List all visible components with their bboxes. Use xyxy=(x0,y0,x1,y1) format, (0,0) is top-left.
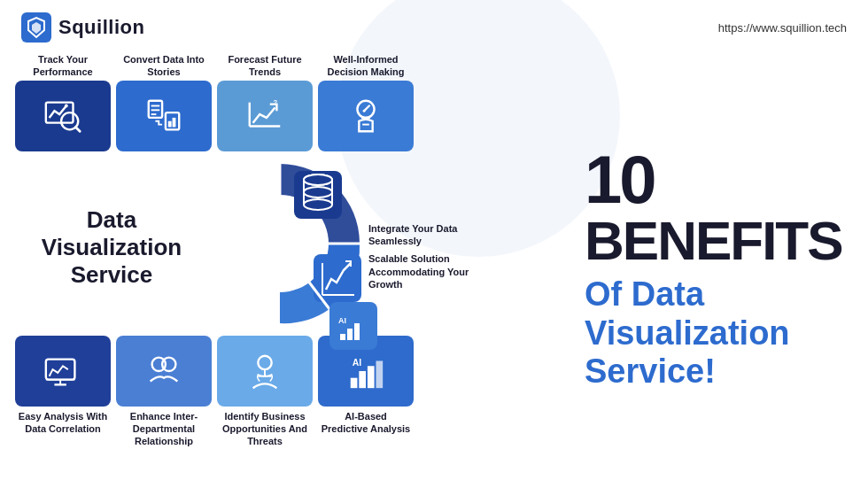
card-label-enhance: Enhance Inter-Departmental Relationship xyxy=(115,407,213,452)
arc-visualization: AI xyxy=(191,155,368,332)
card-label-easy: Easy Analysis With Data Correlation xyxy=(14,407,112,439)
svg-rect-39 xyxy=(354,323,360,340)
svg-rect-11 xyxy=(173,118,176,128)
card-label-convert: Convert Data Into Stories xyxy=(115,51,213,81)
card-label-forecast: Forecast Future Trends xyxy=(216,51,314,81)
card-identify: Identify Business Opportunities And Thre… xyxy=(216,336,314,452)
card-label-ai: AI-Based Predictive Analysis xyxy=(317,407,415,439)
arc-icon-3: AI xyxy=(329,302,377,350)
card-label-identify: Identify Business Opportunities And Thre… xyxy=(216,407,314,452)
card-ai: AI AI-Based Predictive Analysis xyxy=(317,336,415,452)
arc-label-scalable: Scalable Solution Accommodating Your Gro… xyxy=(368,252,475,290)
svg-rect-37 xyxy=(340,334,345,340)
svg-line-3 xyxy=(75,127,80,131)
svg-text:?: ? xyxy=(274,97,278,105)
card-icon-track xyxy=(15,81,111,151)
card-icon-easy xyxy=(15,336,111,407)
svg-point-17 xyxy=(363,109,366,112)
card-label-decision: Well-Informed Decision Making xyxy=(317,51,415,81)
card-convert-data: Convert Data Into Stories xyxy=(115,51,213,151)
card-icon-identify xyxy=(217,336,313,407)
arc-text-labels: Integrate Your Data Seamlessly Scalable … xyxy=(368,196,475,290)
right-panel: 10 BENEFITS Of Data Visualization Servic… xyxy=(558,51,859,486)
svg-rect-10 xyxy=(168,120,172,127)
card-track-performance: Track Your Performance xyxy=(14,51,112,151)
svg-rect-51 xyxy=(359,371,366,388)
benefit-number: 10 xyxy=(585,146,842,213)
svg-rect-50 xyxy=(351,377,358,388)
center-title: Data Visualization Service xyxy=(14,198,191,290)
card-enhance: Enhance Inter-Departmental Relationship xyxy=(115,336,213,452)
website-url[interactable]: https://www.squillion.tech xyxy=(718,21,847,35)
arc-label-integrate: Integrate Your Data Seamlessly xyxy=(368,222,475,248)
left-panel: Track Your Performance Convert Data Into… xyxy=(9,51,558,486)
svg-point-46 xyxy=(162,357,175,370)
svg-rect-52 xyxy=(368,366,375,388)
svg-text:AI: AI xyxy=(338,316,346,325)
squillion-logo-icon xyxy=(21,12,51,43)
card-icon-convert xyxy=(116,81,212,151)
card-easy-analysis: Easy Analysis With Data Correlation xyxy=(14,336,112,452)
logo-text: Squillion xyxy=(58,16,144,39)
svg-rect-38 xyxy=(347,329,353,340)
svg-point-47 xyxy=(258,355,271,368)
card-forecast: Forecast Future Trends ? xyxy=(216,51,314,151)
svg-text:AI: AI xyxy=(353,357,362,368)
svg-point-4 xyxy=(65,104,68,107)
card-label-track: Track Your Performance xyxy=(14,51,112,81)
card-icon-enhance xyxy=(116,336,212,407)
benefit-word: BENEFITS xyxy=(585,213,842,268)
benefit-subtitle: Of Data Visualization Service! xyxy=(585,275,841,391)
logo-area: Squillion xyxy=(21,12,144,43)
card-icon-decision xyxy=(318,81,414,151)
svg-rect-53 xyxy=(376,360,384,388)
card-icon-forecast: ? xyxy=(217,81,313,151)
card-decision: Well-Informed Decision Making xyxy=(317,51,415,151)
